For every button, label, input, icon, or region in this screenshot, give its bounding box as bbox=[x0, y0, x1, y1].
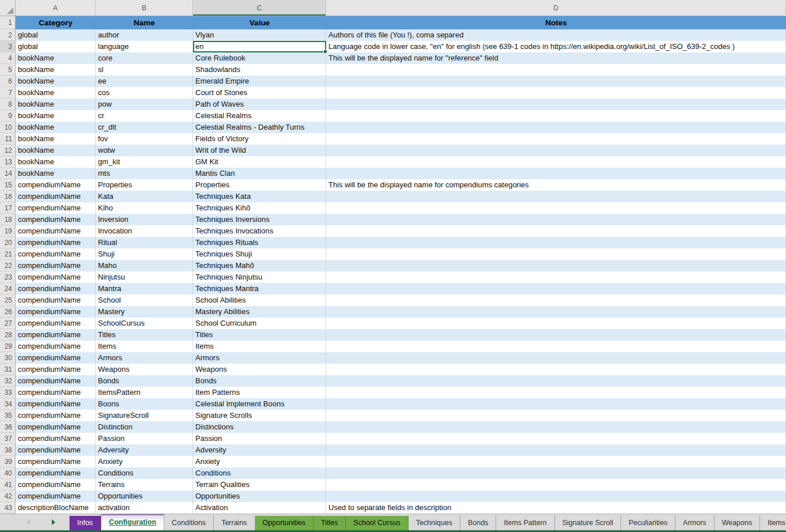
column-header-A[interactable]: A bbox=[16, 0, 96, 16]
sheet-tab-configuration[interactable]: Configuration bbox=[101, 514, 164, 530]
sheet-tab-weapons[interactable]: Weapons bbox=[715, 516, 761, 530]
cell-B13[interactable]: gm_kit bbox=[96, 156, 193, 168]
cell-B7[interactable]: cos bbox=[96, 87, 193, 99]
cell-B2[interactable]: author bbox=[96, 29, 193, 41]
header-cell-name[interactable]: Name bbox=[96, 16, 193, 29]
cell-D33[interactable] bbox=[326, 387, 786, 398]
column-header-B[interactable]: B bbox=[96, 0, 193, 16]
cell-A20[interactable]: compendiumName bbox=[16, 237, 96, 248]
header-cell-notes[interactable]: Notes bbox=[326, 16, 786, 29]
cell-D2[interactable]: Authors of this file (You !), coma separ… bbox=[326, 29, 786, 41]
cell-C23[interactable]: Techniques Ninjutsu bbox=[193, 271, 326, 283]
row-header-23[interactable]: 23 bbox=[0, 271, 16, 283]
sheet-tab-titles[interactable]: Titles bbox=[313, 516, 346, 530]
row-header-18[interactable]: 18 bbox=[0, 214, 16, 225]
row-header-12[interactable]: 12 bbox=[0, 145, 16, 156]
row-header-32[interactable]: 32 bbox=[0, 375, 16, 387]
cell-D25[interactable] bbox=[326, 295, 786, 306]
cell-C6[interactable]: Emerald Empire bbox=[193, 76, 326, 87]
cell-A8[interactable]: bookName bbox=[16, 99, 96, 110]
cell-C17[interactable]: Techniques Kihõ bbox=[193, 202, 326, 214]
cell-C5[interactable]: Shadowlands bbox=[193, 64, 326, 76]
row-header-11[interactable]: 11 bbox=[0, 133, 16, 145]
cell-B20[interactable]: Ritual bbox=[96, 237, 193, 248]
cell-B35[interactable]: SignatureScroll bbox=[96, 410, 193, 421]
sheet-tab-terrains[interactable]: Terrains bbox=[214, 516, 255, 530]
select-all-corner[interactable] bbox=[0, 0, 16, 16]
cell-B28[interactable]: Titles bbox=[96, 329, 193, 341]
column-header-D[interactable]: D bbox=[326, 0, 786, 16]
cell-C29[interactable]: Items bbox=[193, 341, 326, 352]
cell-C7[interactable]: Court of Stones bbox=[193, 87, 326, 99]
cell-D17[interactable] bbox=[326, 202, 786, 214]
fill-handle[interactable] bbox=[323, 50, 327, 54]
cell-A25[interactable]: compendiumName bbox=[16, 295, 96, 306]
row-header-34[interactable]: 34 bbox=[0, 398, 16, 410]
cell-C9[interactable]: Celestial Realms bbox=[193, 110, 326, 122]
row-header-35[interactable]: 35 bbox=[0, 410, 16, 421]
cell-A16[interactable]: compendiumName bbox=[16, 191, 96, 202]
cell-D4[interactable]: This will be the displayed name for "ref… bbox=[326, 52, 786, 64]
row-header-9[interactable]: 9 bbox=[0, 110, 16, 122]
row-header-8[interactable]: 8 bbox=[0, 99, 16, 110]
cell-D28[interactable] bbox=[326, 329, 786, 341]
cell-D8[interactable] bbox=[326, 99, 786, 110]
cell-A35[interactable]: compendiumName bbox=[16, 410, 96, 421]
cell-B41[interactable]: Terrains bbox=[96, 479, 193, 491]
cell-A30[interactable]: compendiumName bbox=[16, 352, 96, 364]
cell-C4[interactable]: Core Rulebook bbox=[193, 52, 326, 64]
cell-D23[interactable] bbox=[326, 271, 786, 283]
cell-D43[interactable]: Used to separate fields in description bbox=[326, 502, 786, 514]
cell-B21[interactable]: Shuji bbox=[96, 248, 193, 260]
cell-C16[interactable]: Techniques Kata bbox=[193, 191, 326, 202]
cell-A39[interactable]: compendiumName bbox=[16, 456, 96, 467]
row-header-4[interactable]: 4 bbox=[0, 52, 16, 64]
cell-C41[interactable]: Terrain Qualities bbox=[193, 479, 326, 491]
cell-D41[interactable] bbox=[326, 479, 786, 491]
cell-C3[interactable]: en bbox=[193, 41, 326, 52]
sheet-tab-opportunities[interactable]: Opportunities bbox=[255, 516, 313, 530]
cell-B26[interactable]: Mastery bbox=[96, 306, 193, 318]
cell-C11[interactable]: Fields of Victory bbox=[193, 133, 326, 145]
cell-A22[interactable]: compendiumName bbox=[16, 260, 96, 271]
cell-D22[interactable] bbox=[326, 260, 786, 271]
cell-C21[interactable]: Techniques Shuji bbox=[193, 248, 326, 260]
row-header-10[interactable]: 10 bbox=[0, 122, 16, 133]
cell-C38[interactable]: Adversity bbox=[193, 444, 326, 456]
cell-D14[interactable] bbox=[326, 168, 786, 179]
cell-C14[interactable]: Mantis Clan bbox=[193, 168, 326, 179]
column-header-C[interactable]: C bbox=[193, 0, 326, 16]
cell-D40[interactable] bbox=[326, 467, 786, 479]
cell-B16[interactable]: Kata bbox=[96, 191, 193, 202]
cell-D35[interactable] bbox=[326, 410, 786, 421]
cell-C10[interactable]: Celestial Realms - Deathly Turns bbox=[193, 122, 326, 133]
sheet-tab-peculiarities[interactable]: Peculiarities bbox=[621, 516, 675, 530]
cell-D27[interactable] bbox=[326, 318, 786, 329]
cell-B12[interactable]: wotw bbox=[96, 145, 193, 156]
row-header-42[interactable]: 42 bbox=[0, 491, 16, 502]
cell-B31[interactable]: Weapons bbox=[96, 364, 193, 375]
row-header-33[interactable]: 33 bbox=[0, 387, 16, 398]
cell-D15[interactable]: This will be the displayed name for comp… bbox=[326, 179, 786, 191]
row-header-37[interactable]: 37 bbox=[0, 433, 16, 444]
cell-D34[interactable] bbox=[326, 398, 786, 410]
cell-C13[interactable]: GM Kit bbox=[193, 156, 326, 168]
cell-B23[interactable]: Ninjutsu bbox=[96, 271, 193, 283]
cell-B32[interactable]: Bonds bbox=[96, 375, 193, 387]
row-header-39[interactable]: 39 bbox=[0, 456, 16, 467]
cell-B4[interactable]: core bbox=[96, 52, 193, 64]
row-header-13[interactable]: 13 bbox=[0, 156, 16, 168]
cell-A42[interactable]: compendiumName bbox=[16, 491, 96, 502]
cell-C24[interactable]: Techniques Mantra bbox=[193, 283, 326, 295]
cell-A23[interactable]: compendiumName bbox=[16, 271, 96, 283]
cell-A32[interactable]: compendiumName bbox=[16, 375, 96, 387]
cell-A13[interactable]: bookName bbox=[16, 156, 96, 168]
cell-C20[interactable]: Techniques Rituals bbox=[193, 237, 326, 248]
cell-B33[interactable]: ItemsPattern bbox=[96, 387, 193, 398]
cell-A26[interactable]: compendiumName bbox=[16, 306, 96, 318]
cell-A17[interactable]: compendiumName bbox=[16, 202, 96, 214]
row-header-27[interactable]: 27 bbox=[0, 318, 16, 329]
cell-D24[interactable] bbox=[326, 283, 786, 295]
cell-D11[interactable] bbox=[326, 133, 786, 145]
cell-A31[interactable]: compendiumName bbox=[16, 364, 96, 375]
